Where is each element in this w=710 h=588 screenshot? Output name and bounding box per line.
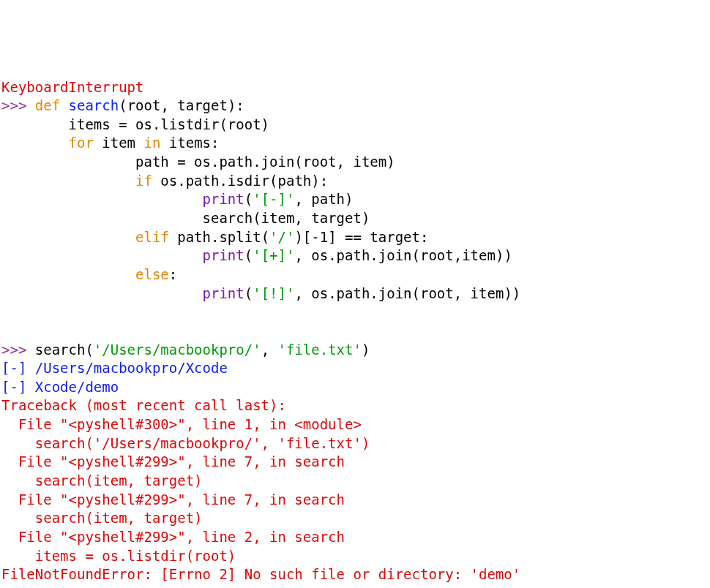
- code-line: path = os.path.join(root, item): [1, 154, 395, 170]
- indent: [1, 135, 69, 151]
- indent: [1, 191, 203, 207]
- builtin-print: print: [203, 247, 244, 263]
- code-text: path.split(: [169, 229, 269, 245]
- call-text: search(: [35, 342, 94, 358]
- keyword-def: def: [35, 97, 60, 113]
- prev-traceback-tail: KeyboardInterrupt: [1, 79, 143, 95]
- traceback-line: Traceback (most recent call last):: [1, 397, 286, 413]
- paren-open: (: [244, 191, 253, 207]
- code-text: os.path.isdir(path):: [152, 173, 328, 189]
- code-text: items:: [160, 135, 219, 151]
- string-literal: '/': [269, 229, 294, 245]
- indent: [1, 266, 135, 282]
- traceback-line: search(item, target): [1, 472, 203, 489]
- keyword-elif: elif: [135, 229, 169, 245]
- traceback-line: FileNotFoundError: [Errno 2] No such fil…: [1, 566, 520, 582]
- def-signature: (root, target):: [119, 97, 244, 113]
- keyword-for: for: [69, 135, 94, 151]
- prompt: >>>: [1, 97, 35, 113]
- prompt: >>>: [1, 342, 35, 358]
- paren-close: ): [362, 342, 370, 358]
- traceback-line: File "<pyshell#299>", line 2, in search: [1, 529, 345, 545]
- comma: ,: [261, 342, 278, 358]
- colon: :: [169, 266, 177, 282]
- string-literal: '[+]': [253, 247, 294, 263]
- stdout-line: [-] /Users/macbookpro/Xcode: [1, 360, 228, 376]
- traceback-line: items = os.listdir(root): [1, 548, 236, 564]
- code-listing: KeyboardInterrupt >>> def search(root, t…: [1, 78, 706, 588]
- paren-open: (: [244, 285, 253, 301]
- traceback-line: File "<pyshell#299>", line 7, in search: [1, 453, 345, 470]
- string-literal: '/Users/macbookpro/': [94, 342, 261, 358]
- string-literal: 'file.txt': [278, 342, 362, 358]
- code-text: item: [94, 135, 144, 151]
- traceback-line: File "<pyshell#299>", line 7, in search: [1, 491, 345, 508]
- indent: [1, 285, 203, 301]
- indent: [1, 229, 135, 245]
- paren-open: (: [244, 247, 253, 263]
- string-literal: '[-]': [253, 191, 294, 207]
- prompt: >>>: [1, 585, 26, 588]
- keyword-if: if: [135, 173, 152, 189]
- code-text: , path): [294, 191, 353, 207]
- code-text: , os.path.join(root, item)): [294, 285, 520, 301]
- code-line: search(item, target): [1, 210, 370, 226]
- code-text: , os.path.join(root,item)): [294, 247, 512, 263]
- string-literal: '[!]': [253, 285, 294, 301]
- function-name: search: [69, 97, 119, 113]
- builtin-print: print: [203, 285, 244, 301]
- builtin-print: print: [203, 191, 244, 207]
- keyword-else: else: [135, 266, 169, 282]
- indent: [1, 247, 203, 263]
- indent: [1, 173, 135, 189]
- code-text: )[-1] == target:: [294, 229, 428, 245]
- traceback-line: search('/Users/macbookpro/', 'file.txt'): [1, 435, 370, 451]
- keyword-in: in: [143, 135, 160, 151]
- traceback-line: search(item, target): [1, 510, 203, 526]
- stdout-line: [-] Xcode/demo: [1, 379, 119, 395]
- code-line: items = os.listdir(root): [1, 116, 269, 132]
- traceback-line: File "<pyshell#300>", line 1, in <module…: [1, 416, 362, 432]
